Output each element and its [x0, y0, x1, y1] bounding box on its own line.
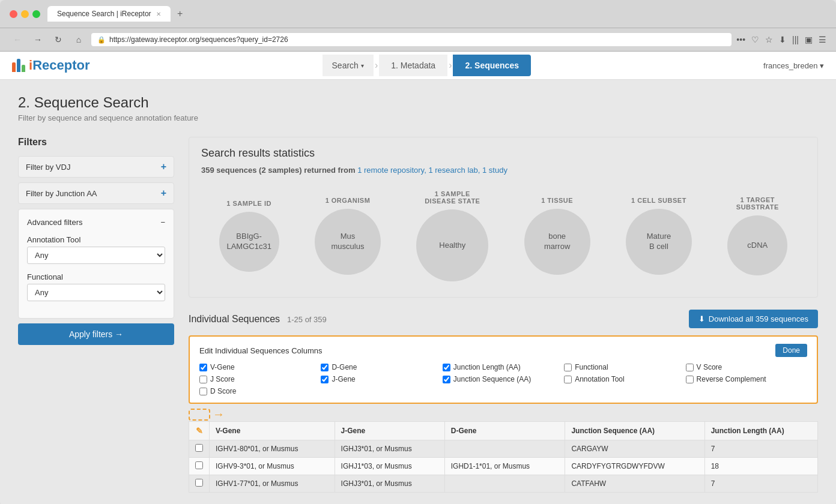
- row3-checkbox[interactable]: [195, 479, 203, 487]
- logo-i: i: [29, 58, 32, 73]
- library-icon[interactable]: |||: [792, 35, 799, 44]
- advanced-filters-label: Advanced filters: [27, 218, 83, 227]
- nav-search[interactable]: Search ▾: [323, 55, 374, 76]
- nav-metadata[interactable]: 1. Metadata: [379, 55, 447, 76]
- sequences-header: Individual Sequences 1-25 of 359 ⬇ Downl…: [189, 310, 818, 328]
- filter-vdj-expand-icon: +: [161, 161, 166, 172]
- row3-junction-len: 7: [704, 475, 817, 493]
- page-content: 2. Sequence Search Filter by sequence an…: [0, 80, 836, 504]
- breadcrumb-nav: Search ▾ › 1. Metadata › 2. Sequences: [323, 55, 531, 76]
- bubble-organism: 1 ORGANISM Musmusculus: [315, 197, 381, 275]
- col-option-vscore: V Score: [686, 363, 807, 371]
- new-tab-button[interactable]: +: [173, 7, 187, 21]
- row2-vgene: IGHV9-3*01, or Musmus: [210, 458, 335, 475]
- download-icon: ⬇: [698, 314, 705, 323]
- sidebar: Filters Filter by VDJ + Filter by Juncti…: [18, 137, 174, 493]
- refresh-button[interactable]: ↻: [50, 32, 66, 47]
- col-jgene-checkbox[interactable]: [321, 376, 329, 383]
- logo-icon: [12, 59, 25, 72]
- home-button[interactable]: ⌂: [71, 32, 86, 47]
- stats-link[interactable]: 1 remote repository, 1 research lab, 1 s…: [357, 166, 507, 175]
- advanced-filters-collapse-icon[interactable]: −: [160, 218, 165, 227]
- col-functional-checkbox[interactable]: [564, 364, 572, 371]
- download-all-button[interactable]: ⬇ Download all 359 sequences: [689, 310, 818, 328]
- logo-bar-3: [22, 65, 25, 72]
- col-junction-length-checkbox[interactable]: [443, 364, 450, 371]
- col-functional-label: Functional: [575, 363, 608, 371]
- filter-vdj-button[interactable]: Filter by VDJ +: [18, 156, 174, 178]
- columns-grid: V-Gene D-Gene Junction Length (AA): [199, 363, 807, 395]
- sidebar-toggle-icon[interactable]: ▣: [805, 35, 813, 44]
- row2-dgene: IGHD1-1*01, or Musmus: [444, 458, 565, 475]
- col-jgene-label: J-Gene: [332, 375, 355, 383]
- minimize-button[interactable]: [21, 10, 29, 18]
- maximize-button[interactable]: [32, 10, 40, 18]
- col-junction-length-label: Junction Length (AA): [453, 363, 521, 371]
- forward-button[interactable]: →: [30, 32, 46, 47]
- annotation-arrow-row: →: [189, 407, 818, 421]
- browser-actions: ••• ♡ ☆ ⬇ ||| ▣ ☰: [736, 35, 826, 44]
- tab-close-icon[interactable]: ✕: [156, 11, 161, 17]
- table-row: IGHV1-77*01, or Musmus IGHJ3*01, or Musm…: [189, 475, 818, 493]
- bubble-disease-state: 1 SAMPLEDISEASE STATE Healthy: [416, 190, 488, 281]
- sidebar-title: Filters: [18, 137, 174, 148]
- user-menu[interactable]: frances_breden ▾: [763, 61, 824, 70]
- row2-checkbox[interactable]: [195, 461, 203, 469]
- col-dgene-checkbox[interactable]: [321, 364, 329, 371]
- traffic-lights: [10, 10, 40, 18]
- table-header-dgene: D-Gene: [444, 422, 565, 440]
- orange-arrow-icon: →: [213, 407, 225, 421]
- bookmark-icon[interactable]: ♡: [751, 35, 759, 44]
- address-bar[interactable]: 🔒 https://gateway.ireceptor.org/sequence…: [91, 33, 732, 46]
- filter-junction-button[interactable]: Filter by Junction AA +: [18, 182, 174, 204]
- page-title: 2. Sequence Search: [18, 94, 818, 111]
- functional-select[interactable]: Any: [27, 284, 165, 301]
- table-header-checkbox: ✎: [189, 422, 210, 440]
- col-junction-seq-checkbox[interactable]: [443, 376, 450, 383]
- nav-sequences[interactable]: 2. Sequences: [453, 55, 531, 76]
- logo-area: iReceptor: [12, 52, 89, 79]
- close-button[interactable]: [10, 10, 17, 18]
- row1-junction-len: 7: [704, 440, 817, 458]
- sequences-title-text: Individual Sequences: [189, 314, 280, 324]
- table-header-jgene: J-Gene: [335, 422, 444, 440]
- col-jscore-label: J Score: [210, 375, 235, 383]
- row1-jgene: IGHJ3*01, or Musmus: [335, 440, 444, 458]
- functional-label: Functional: [27, 272, 165, 281]
- overflow-icon[interactable]: •••: [736, 35, 745, 44]
- advanced-filters-header: Advanced filters −: [27, 218, 165, 227]
- back-button[interactable]: ←: [10, 32, 25, 47]
- annotation-tool-select[interactable]: Any: [27, 247, 165, 264]
- apply-filters-button[interactable]: Apply filters →: [18, 323, 174, 345]
- row2-checkbox-cell: [189, 458, 210, 475]
- col-option-annotation-tool: Annotation Tool: [564, 375, 685, 383]
- table-edit-icon[interactable]: ✎: [196, 426, 203, 436]
- logo-text: iReceptor: [29, 58, 89, 73]
- row1-junction-seq: CARGAYW: [565, 440, 704, 458]
- done-button[interactable]: Done: [775, 344, 807, 357]
- star-icon[interactable]: ☆: [765, 35, 773, 44]
- row3-vgene: IGHV1-77*01, or Musmus: [210, 475, 335, 493]
- col-vgene-checkbox[interactable]: [199, 364, 207, 371]
- advanced-filters-section: Advanced filters − Annotation Tool Any F…: [18, 209, 174, 319]
- browser-tab[interactable]: Sequence Search | iReceptor ✕: [47, 6, 171, 22]
- row1-checkbox[interactable]: [195, 444, 203, 452]
- row3-dgene: [444, 475, 565, 493]
- download-icon[interactable]: ⬇: [779, 35, 786, 44]
- stats-count: 359 sequences (2 samples) returned from: [201, 166, 356, 175]
- annotation-tool-label: Annotation Tool: [27, 235, 165, 244]
- edit-columns-box: Edit Individual Sequences Columns Done V…: [189, 335, 818, 404]
- col-reverse-complement-checkbox[interactable]: [686, 376, 694, 383]
- menu-icon[interactable]: ☰: [819, 35, 826, 44]
- search-dropdown-icon[interactable]: ▾: [361, 62, 364, 69]
- col-dscore-checkbox[interactable]: [199, 388, 207, 395]
- col-vscore-checkbox[interactable]: [686, 364, 694, 371]
- row3-checkbox-cell: [189, 475, 210, 493]
- dashed-indicator: [189, 409, 210, 421]
- logo-bar-2: [17, 59, 20, 72]
- nav-search-label: Search: [332, 61, 359, 70]
- col-jscore-checkbox[interactable]: [199, 376, 207, 383]
- col-option-dscore: D Score: [199, 387, 321, 395]
- tab-bar: Sequence Search | iReceptor ✕ +: [47, 6, 826, 22]
- col-annotation-tool-checkbox[interactable]: [564, 376, 572, 383]
